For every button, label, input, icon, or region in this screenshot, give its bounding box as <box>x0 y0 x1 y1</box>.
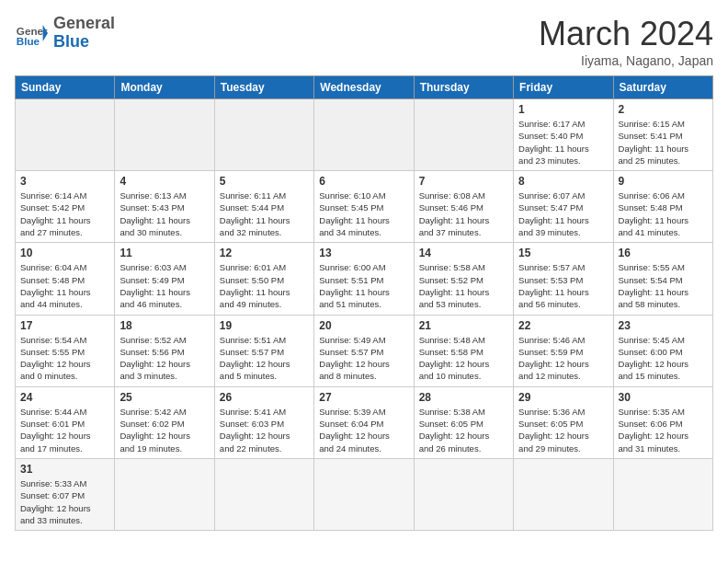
calendar-cell: 29Sunrise: 5:36 AM Sunset: 6:05 PM Dayli… <box>514 386 613 458</box>
day-info: Sunrise: 5:52 AM Sunset: 5:56 PM Dayligh… <box>119 334 209 383</box>
day-number: 25 <box>119 391 209 404</box>
svg-text:Blue: Blue <box>17 34 40 46</box>
calendar-cell: 3Sunrise: 6:14 AM Sunset: 5:42 PM Daylig… <box>16 171 115 243</box>
calendar-cell <box>16 99 115 171</box>
day-number: 19 <box>220 319 309 332</box>
day-number: 29 <box>518 391 608 404</box>
day-number: 13 <box>319 247 408 259</box>
calendar-cell: 6Sunrise: 6:10 AM Sunset: 5:45 PM Daylig… <box>314 171 414 243</box>
calendar-cell <box>115 458 214 530</box>
day-number: 2 <box>619 103 708 116</box>
calendar-cell: 24Sunrise: 5:44 AM Sunset: 6:01 PM Dayli… <box>16 386 115 458</box>
day-number: 14 <box>419 247 508 259</box>
day-info: Sunrise: 5:41 AM Sunset: 6:03 PM Dayligh… <box>220 406 309 454</box>
weekday-header-thursday: Thursday <box>414 76 513 99</box>
calendar-cell: 27Sunrise: 5:39 AM Sunset: 6:04 PM Dayli… <box>314 386 414 458</box>
day-info: Sunrise: 5:54 AM Sunset: 5:55 PM Dayligh… <box>20 334 109 383</box>
month-title: March 2024 <box>539 15 713 53</box>
day-number: 5 <box>220 175 309 188</box>
day-info: Sunrise: 5:45 AM Sunset: 6:00 PM Dayligh… <box>619 334 708 383</box>
weekday-header-tuesday: Tuesday <box>214 76 313 99</box>
day-number: 21 <box>419 319 508 332</box>
day-number: 30 <box>619 391 708 404</box>
day-number: 4 <box>119 175 209 188</box>
day-info: Sunrise: 6:10 AM Sunset: 5:45 PM Dayligh… <box>319 190 408 238</box>
day-info: Sunrise: 5:46 AM Sunset: 5:59 PM Dayligh… <box>518 334 608 383</box>
day-info: Sunrise: 5:42 AM Sunset: 6:02 PM Dayligh… <box>119 406 209 454</box>
calendar-cell: 26Sunrise: 5:41 AM Sunset: 6:03 PM Dayli… <box>214 386 313 458</box>
day-number: 16 <box>619 247 708 259</box>
weekday-header-friday: Friday <box>514 76 613 99</box>
calendar-cell: 13Sunrise: 6:00 AM Sunset: 5:51 PM Dayli… <box>314 243 414 315</box>
calendar-cell: 20Sunrise: 5:49 AM Sunset: 5:57 PM Dayli… <box>314 315 414 386</box>
calendar-cell: 21Sunrise: 5:48 AM Sunset: 5:58 PM Dayli… <box>414 315 513 386</box>
day-info: Sunrise: 6:01 AM Sunset: 5:50 PM Dayligh… <box>220 261 309 310</box>
day-number: 3 <box>20 175 109 188</box>
day-number: 27 <box>319 391 408 404</box>
logo-icon: General Blue <box>15 17 48 50</box>
day-info: Sunrise: 5:55 AM Sunset: 5:54 PM Dayligh… <box>619 261 708 310</box>
day-number: 9 <box>619 175 708 188</box>
weekday-header-saturday: Saturday <box>613 76 712 99</box>
calendar-cell: 7Sunrise: 6:08 AM Sunset: 5:46 PM Daylig… <box>414 171 513 243</box>
day-number: 26 <box>220 391 309 404</box>
logo-blue: Blue <box>53 33 115 52</box>
calendar-cell: 8Sunrise: 6:07 AM Sunset: 5:47 PM Daylig… <box>514 171 613 243</box>
calendar-cell: 30Sunrise: 5:35 AM Sunset: 6:06 PM Dayli… <box>613 386 712 458</box>
day-info: Sunrise: 6:11 AM Sunset: 5:44 PM Dayligh… <box>220 190 309 238</box>
title-block: March 2024 Iiyama, Nagano, Japan <box>539 15 713 68</box>
weekday-header-monday: Monday <box>115 76 214 99</box>
day-info: Sunrise: 6:06 AM Sunset: 5:48 PM Dayligh… <box>619 190 708 238</box>
weekday-header-sunday: Sunday <box>16 76 115 99</box>
calendar-table: SundayMondayTuesdayWednesdayThursdayFrid… <box>15 75 713 531</box>
calendar-cell: 11Sunrise: 6:03 AM Sunset: 5:49 PM Dayli… <box>115 243 214 315</box>
calendar-cell: 18Sunrise: 5:52 AM Sunset: 5:56 PM Dayli… <box>115 315 214 386</box>
day-info: Sunrise: 6:07 AM Sunset: 5:47 PM Dayligh… <box>518 190 608 238</box>
day-number: 17 <box>20 319 109 332</box>
day-number: 11 <box>119 247 209 259</box>
page-header: General Blue General Blue March 2024 Iiy… <box>15 15 713 68</box>
day-info: Sunrise: 6:08 AM Sunset: 5:46 PM Dayligh… <box>419 190 508 238</box>
day-info: Sunrise: 5:58 AM Sunset: 5:52 PM Dayligh… <box>419 261 508 310</box>
calendar-cell: 19Sunrise: 5:51 AM Sunset: 5:57 PM Dayli… <box>214 315 313 386</box>
day-number: 28 <box>419 391 508 404</box>
calendar-cell: 4Sunrise: 6:13 AM Sunset: 5:43 PM Daylig… <box>115 171 214 243</box>
calendar-cell: 14Sunrise: 5:58 AM Sunset: 5:52 PM Dayli… <box>414 243 513 315</box>
day-info: Sunrise: 5:49 AM Sunset: 5:57 PM Dayligh… <box>319 334 408 383</box>
day-number: 8 <box>518 175 608 188</box>
calendar-cell: 12Sunrise: 6:01 AM Sunset: 5:50 PM Dayli… <box>214 243 313 315</box>
day-info: Sunrise: 5:39 AM Sunset: 6:04 PM Dayligh… <box>319 406 408 454</box>
location: Iiyama, Nagano, Japan <box>539 53 713 68</box>
day-info: Sunrise: 6:00 AM Sunset: 5:51 PM Dayligh… <box>319 261 408 310</box>
day-number: 20 <box>319 319 408 332</box>
calendar-cell: 23Sunrise: 5:45 AM Sunset: 6:00 PM Dayli… <box>613 315 712 386</box>
day-info: Sunrise: 5:51 AM Sunset: 5:57 PM Dayligh… <box>220 334 309 383</box>
day-number: 10 <box>20 247 109 259</box>
logo: General Blue General Blue <box>15 15 115 52</box>
calendar-cell: 10Sunrise: 6:04 AM Sunset: 5:48 PM Dayli… <box>16 243 115 315</box>
calendar-cell: 31Sunrise: 5:33 AM Sunset: 6:07 PM Dayli… <box>16 458 115 530</box>
calendar-cell: 25Sunrise: 5:42 AM Sunset: 6:02 PM Dayli… <box>115 386 214 458</box>
day-number: 23 <box>619 319 708 332</box>
day-number: 6 <box>319 175 408 188</box>
day-number: 24 <box>20 391 109 404</box>
calendar-cell <box>214 99 313 171</box>
day-info: Sunrise: 6:14 AM Sunset: 5:42 PM Dayligh… <box>20 190 109 238</box>
calendar-cell <box>514 458 613 530</box>
day-info: Sunrise: 5:48 AM Sunset: 5:58 PM Dayligh… <box>419 334 508 383</box>
calendar-cell: 1Sunrise: 6:17 AM Sunset: 5:40 PM Daylig… <box>514 99 613 171</box>
calendar-cell <box>314 458 414 530</box>
calendar-cell: 2Sunrise: 6:15 AM Sunset: 5:41 PM Daylig… <box>613 99 712 171</box>
day-info: Sunrise: 5:36 AM Sunset: 6:05 PM Dayligh… <box>518 406 608 454</box>
day-number: 15 <box>518 247 608 259</box>
calendar-cell <box>414 458 513 530</box>
calendar-cell: 5Sunrise: 6:11 AM Sunset: 5:44 PM Daylig… <box>214 171 313 243</box>
day-info: Sunrise: 6:04 AM Sunset: 5:48 PM Dayligh… <box>20 261 109 310</box>
logo-general: General <box>53 15 115 33</box>
calendar-cell: 15Sunrise: 5:57 AM Sunset: 5:53 PM Dayli… <box>514 243 613 315</box>
day-number: 12 <box>220 247 309 259</box>
day-number: 31 <box>20 463 109 476</box>
day-info: Sunrise: 6:03 AM Sunset: 5:49 PM Dayligh… <box>119 261 209 310</box>
calendar-cell: 9Sunrise: 6:06 AM Sunset: 5:48 PM Daylig… <box>613 171 712 243</box>
calendar-cell: 16Sunrise: 5:55 AM Sunset: 5:54 PM Dayli… <box>613 243 712 315</box>
